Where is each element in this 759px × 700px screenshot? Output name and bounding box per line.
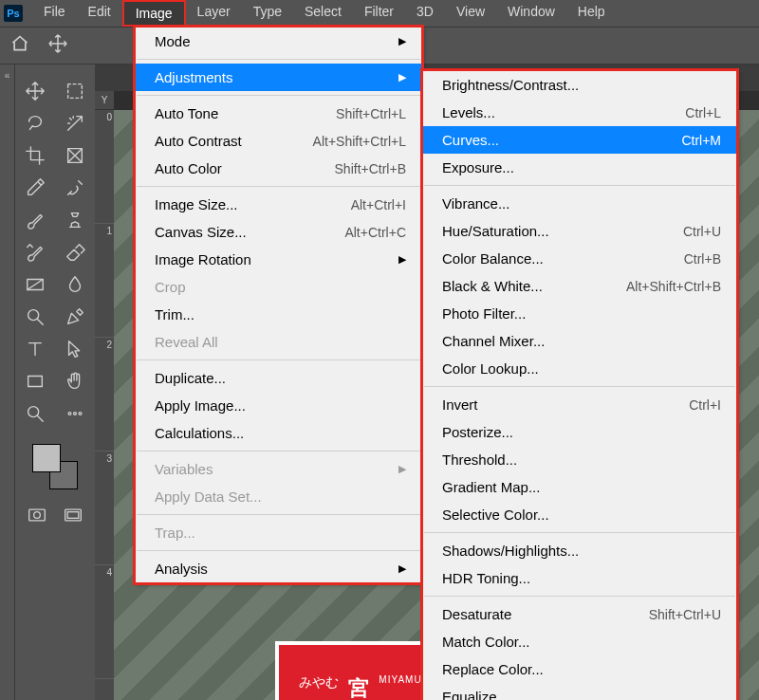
- menu-item-image-size[interactable]: Image Size...Alt+Ctrl+I: [136, 191, 421, 218]
- menu-item-label: Gradient Map...: [442, 479, 540, 495]
- menu-item-apply-data-set: Apply Data Set...: [136, 483, 421, 510]
- menu-separator: [424, 532, 735, 533]
- menu-item-label: Apply Image...: [155, 397, 246, 414]
- menu-item-black-white[interactable]: Black & White...Alt+Shift+Ctrl+B: [423, 272, 736, 300]
- menu-item-shortcut: Alt+Shift+Ctrl+L: [313, 134, 406, 149]
- menu-item-label: Invert: [442, 396, 478, 413]
- menu-file[interactable]: File: [32, 0, 77, 27]
- menu-item-label: Color Lookup...: [442, 360, 539, 377]
- menu-item-image-rotation[interactable]: Image Rotation▶: [136, 246, 421, 273]
- menu-item-auto-contrast[interactable]: Auto ContrastAlt+Shift+Ctrl+L: [136, 127, 421, 155]
- menu-item-auto-tone[interactable]: Auto ToneShift+Ctrl+L: [136, 100, 421, 127]
- menu-item-canvas-size[interactable]: Canvas Size...Alt+Ctrl+C: [136, 218, 421, 246]
- menu-item-channel-mixer[interactable]: Channel Mixer...: [423, 327, 736, 355]
- menu-item-shortcut: Shift+Ctrl+B: [335, 161, 406, 176]
- menu-separator: [137, 514, 420, 515]
- submenu-arrow-icon: ▶: [398, 463, 406, 475]
- menu-item-shortcut: Ctrl+B: [684, 251, 721, 267]
- menu-item-analysis[interactable]: Analysis▶: [136, 555, 421, 582]
- menu-item-posterize[interactable]: Posterize...: [423, 418, 736, 446]
- menu-item-shadows-highlights[interactable]: Shadows/Highlights...: [423, 537, 736, 564]
- menu-item-trim[interactable]: Trim...: [136, 301, 421, 328]
- menu-separator: [137, 550, 420, 551]
- menu-type[interactable]: Type: [242, 0, 293, 27]
- menu-item-duplicate[interactable]: Duplicate...: [136, 364, 421, 392]
- menu-item-calculations[interactable]: Calculations...: [136, 419, 421, 447]
- menu-item-shortcut: Ctrl+L: [685, 105, 721, 120]
- menu-item-label: Auto Tone: [155, 105, 218, 121]
- menu-item-label: Equalize: [442, 689, 497, 700]
- menu-separator: [424, 185, 735, 186]
- menu-item-label: Variables: [155, 461, 213, 477]
- menu-view[interactable]: View: [445, 0, 496, 27]
- menu-item-apply-image[interactable]: Apply Image...: [136, 392, 421, 419]
- menu-item-label: Curves...: [442, 132, 499, 148]
- menubar: Ps FileEditImageLayerTypeSelectFilter3DV…: [0, 0, 759, 27]
- menu-item-photo-filter[interactable]: Photo Filter...: [423, 300, 736, 327]
- menu-item-curves[interactable]: Curves...Ctrl+M: [423, 126, 736, 154]
- menu-item-reveal-all: Reveal All: [136, 328, 421, 356]
- menu-item-label: Shadows/Highlights...: [442, 543, 579, 559]
- menu-item-label: Adjustments: [155, 69, 233, 85]
- menu-separator: [424, 596, 735, 597]
- menu-edit[interactable]: Edit: [77, 0, 122, 27]
- menu-item-label: Canvas Size...: [155, 224, 247, 240]
- menu-item-label: Analysis: [155, 561, 208, 577]
- menu-item-vibrance[interactable]: Vibrance...: [423, 190, 736, 217]
- menu-item-equalize[interactable]: Equalize: [423, 683, 736, 700]
- menu-item-trap: Trap...: [136, 519, 421, 546]
- menu-item-label: Photo Filter...: [442, 305, 526, 322]
- menu-item-mode[interactable]: Mode▶: [136, 28, 421, 55]
- menu-item-shortcut: Ctrl+U: [683, 224, 721, 239]
- menu-item-desaturate[interactable]: DesaturateShift+Ctrl+U: [423, 600, 736, 628]
- menu-layer[interactable]: Layer: [186, 0, 242, 27]
- image-menu-dropdown: Mode▶Adjustments▶Auto ToneShift+Ctrl+LAu…: [135, 27, 422, 583]
- menu-item-label: Color Balance...: [442, 250, 544, 267]
- menu-help[interactable]: Help: [566, 0, 617, 27]
- menu-item-adjustments[interactable]: Adjustments▶: [136, 64, 421, 91]
- menu-item-hue-saturation[interactable]: Hue/Saturation...Ctrl+U: [423, 217, 736, 245]
- menu-filter[interactable]: Filter: [353, 0, 405, 27]
- menu-item-color-balance[interactable]: Color Balance...Ctrl+B: [423, 245, 736, 272]
- menu-item-label: Replace Color...: [442, 661, 544, 677]
- submenu-arrow-icon: ▶: [398, 35, 406, 47]
- menu-item-invert[interactable]: InvertCtrl+I: [423, 391, 736, 418]
- menu-3d[interactable]: 3D: [405, 0, 445, 27]
- menu-item-label: Trim...: [155, 306, 194, 322]
- menu-item-label: Apply Data Set...: [155, 488, 262, 505]
- menu-item-exposure[interactable]: Exposure...: [423, 154, 736, 181]
- menu-item-shortcut: Shift+Ctrl+L: [336, 106, 406, 121]
- menu-item-label: Match Color...: [442, 634, 530, 650]
- menu-separator: [137, 186, 420, 187]
- menu-select[interactable]: Select: [293, 0, 353, 27]
- menu-item-color-lookup[interactable]: Color Lookup...: [423, 355, 736, 382]
- menu-item-label: Hue/Saturation...: [442, 223, 549, 239]
- menu-item-label: Desaturate: [442, 606, 511, 622]
- menu-item-label: Duplicate...: [155, 370, 226, 386]
- menu-item-crop: Crop: [136, 273, 421, 301]
- menu-item-label: Image Size...: [155, 196, 238, 212]
- menu-item-match-color[interactable]: Match Color...: [423, 628, 736, 655]
- menu-item-levels[interactable]: Levels...Ctrl+L: [423, 99, 736, 126]
- menu-item-threshold[interactable]: Threshold...: [423, 446, 736, 473]
- menu-item-shortcut: Shift+Ctrl+U: [649, 607, 721, 622]
- menu-separator: [137, 451, 420, 451]
- menu-item-gradient-map[interactable]: Gradient Map...: [423, 473, 736, 501]
- app-icon[interactable]: Ps: [4, 5, 23, 22]
- menu-item-label: Mode: [155, 33, 191, 49]
- menu-item-shortcut: Alt+Shift+Ctrl+B: [626, 279, 721, 294]
- menu-item-brightness-contrast[interactable]: Brightness/Contrast...: [423, 71, 736, 99]
- menu-window[interactable]: Window: [496, 0, 566, 27]
- menu-separator: [137, 59, 420, 60]
- menu-item-hdr-toning[interactable]: HDR Toning...: [423, 564, 736, 592]
- menu-separator: [424, 386, 735, 387]
- menu-item-variables: Variables▶: [136, 455, 421, 483]
- menu-item-label: HDR Toning...: [442, 570, 530, 586]
- menu-item-auto-color[interactable]: Auto ColorShift+Ctrl+B: [136, 155, 421, 182]
- menu-item-replace-color[interactable]: Replace Color...: [423, 655, 736, 683]
- menu-item-label: Black & White...: [442, 278, 543, 294]
- menu-image[interactable]: Image: [122, 0, 186, 27]
- menu-item-selective-color[interactable]: Selective Color...: [423, 501, 736, 528]
- menu-item-label: Trap...: [155, 525, 195, 541]
- submenu-arrow-icon: ▶: [398, 562, 406, 575]
